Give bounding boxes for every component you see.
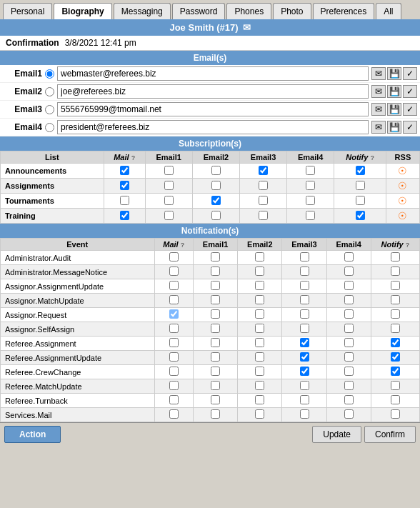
notif-check-7-e4[interactable] [344, 352, 354, 362]
email-radio-2[interactable] [45, 87, 54, 96]
notif-check-4-notify[interactable] [391, 309, 400, 319]
sub-check-1-mail[interactable] [120, 181, 129, 190]
email-toggle-2[interactable]: ✓ [403, 85, 417, 98]
notif-check-9-e4[interactable] [344, 381, 354, 390]
action-button[interactable]: Action [4, 426, 61, 443]
notif-check-2-e1[interactable] [211, 281, 220, 290]
notif-check-5-e2[interactable] [255, 324, 264, 333]
notif-check-6-notify[interactable] [391, 338, 400, 347]
notif-check-1-mail[interactable] [169, 267, 179, 276]
notif-check-1-e1[interactable] [211, 267, 220, 276]
sub-check-2-e2[interactable] [211, 196, 221, 205]
email-save-1[interactable]: 💾 [387, 67, 401, 80]
email-radio-3[interactable] [45, 105, 54, 114]
notif-check-6-e4[interactable] [344, 338, 354, 347]
notif-check-8-e1[interactable] [211, 367, 220, 376]
sub-check-3-notify[interactable] [356, 211, 365, 220]
tab-photo[interactable]: Photo [273, 3, 311, 19]
notif-check-10-e4[interactable] [344, 395, 354, 404]
notif-check-7-e1[interactable] [211, 352, 220, 362]
notif-check-0-e1[interactable] [211, 252, 220, 262]
email-save-3[interactable]: 💾 [387, 103, 401, 116]
sub-check-2-e4[interactable] [306, 196, 315, 205]
notif-check-7-notify[interactable] [391, 352, 400, 362]
notif-check-9-e2[interactable] [255, 381, 264, 390]
email-toggle-3[interactable]: ✓ [403, 103, 417, 116]
notif-check-6-mail[interactable] [169, 338, 179, 347]
notif-check-11-mail[interactable] [169, 409, 179, 419]
notif-check-2-e4[interactable] [344, 281, 354, 290]
notif-check-4-e1[interactable] [211, 309, 220, 319]
sub-check-1-e1[interactable] [164, 181, 174, 190]
sub-check-3-mail[interactable] [120, 211, 129, 220]
sub-check-0-e4[interactable] [306, 166, 315, 175]
tab-preferences[interactable]: Preferences [313, 3, 375, 19]
tab-biography[interactable]: Biography [54, 3, 111, 19]
notif-check-2-mail[interactable] [169, 281, 179, 290]
notif-check-8-e4[interactable] [344, 367, 354, 376]
notif-check-8-e2[interactable] [255, 367, 264, 376]
notif-check-3-e3[interactable] [300, 295, 309, 304]
notif-check-10-e2[interactable] [255, 395, 264, 404]
sub-check-2-notify[interactable] [356, 196, 365, 205]
email-icon[interactable]: ✉ [243, 22, 251, 33]
notif-check-1-e4[interactable] [344, 267, 354, 276]
email-toggle-4[interactable]: ✓ [403, 121, 417, 134]
notif-check-11-e1[interactable] [211, 409, 220, 419]
sub-check-0-e1[interactable] [164, 166, 174, 175]
notif-check-10-mail[interactable] [169, 395, 179, 404]
tab-all[interactable]: All [376, 3, 401, 19]
notif-check-2-e3[interactable] [300, 281, 309, 290]
sub-check-2-e1[interactable] [164, 196, 174, 205]
notif-check-0-e2[interactable] [255, 252, 264, 262]
email-input-4[interactable] [57, 120, 369, 134]
notif-check-4-e4[interactable] [344, 309, 354, 319]
tab-password[interactable]: Password [172, 3, 226, 19]
notif-check-6-e2[interactable] [255, 338, 264, 347]
notif-check-4-mail[interactable] [169, 309, 179, 319]
notif-check-5-notify[interactable] [391, 324, 400, 333]
confirm-button[interactable]: Confirm [364, 426, 416, 443]
tab-personal[interactable]: Personal [3, 3, 52, 19]
notif-check-7-mail[interactable] [169, 352, 179, 362]
notif-check-3-e1[interactable] [211, 295, 220, 304]
notif-check-3-mail[interactable] [169, 295, 179, 304]
sub-check-3-e3[interactable] [259, 211, 268, 220]
sub-check-0-e2[interactable] [211, 166, 221, 175]
notif-check-3-notify[interactable] [391, 295, 400, 304]
notif-check-8-notify[interactable] [391, 367, 400, 376]
tab-phones[interactable]: Phones [226, 3, 271, 19]
notif-check-5-e4[interactable] [344, 324, 354, 333]
notif-check-4-e2[interactable] [255, 309, 264, 319]
sub-check-1-notify[interactable] [356, 181, 365, 190]
notif-check-3-e2[interactable] [255, 295, 264, 304]
sub-check-1-e4[interactable] [306, 181, 315, 190]
notif-check-1-e3[interactable] [300, 267, 309, 276]
sub-check-2-e3[interactable] [259, 196, 268, 205]
email-input-3[interactable] [57, 102, 369, 116]
notif-check-2-e2[interactable] [255, 281, 264, 290]
sub-check-3-e2[interactable] [211, 211, 221, 220]
sub-check-3-e1[interactable] [164, 211, 174, 220]
notif-check-2-notify[interactable] [391, 281, 400, 290]
notif-check-5-e1[interactable] [211, 324, 220, 333]
notif-check-7-e3[interactable] [300, 352, 309, 362]
notif-check-5-mail[interactable] [169, 324, 179, 333]
sub-check-1-e3[interactable] [259, 181, 268, 190]
notif-check-8-mail[interactable] [169, 367, 179, 376]
email-radio-1[interactable] [45, 69, 54, 79]
notif-check-1-notify[interactable] [391, 267, 400, 276]
notif-check-9-e1[interactable] [211, 381, 220, 390]
sub-check-0-e3[interactable] [259, 166, 268, 175]
notif-check-11-notify[interactable] [391, 409, 400, 419]
notif-check-10-e1[interactable] [211, 395, 220, 404]
notif-check-3-e4[interactable] [344, 295, 354, 304]
notif-check-1-e2[interactable] [255, 267, 264, 276]
notif-check-11-e4[interactable] [344, 409, 354, 419]
sub-check-3-e4[interactable] [306, 211, 315, 220]
notif-check-11-e2[interactable] [255, 409, 264, 419]
sub-check-1-e2[interactable] [211, 181, 221, 190]
email-radio-4[interactable] [45, 123, 54, 132]
update-button[interactable]: Update [312, 426, 361, 443]
notif-check-8-e3[interactable] [300, 367, 309, 376]
